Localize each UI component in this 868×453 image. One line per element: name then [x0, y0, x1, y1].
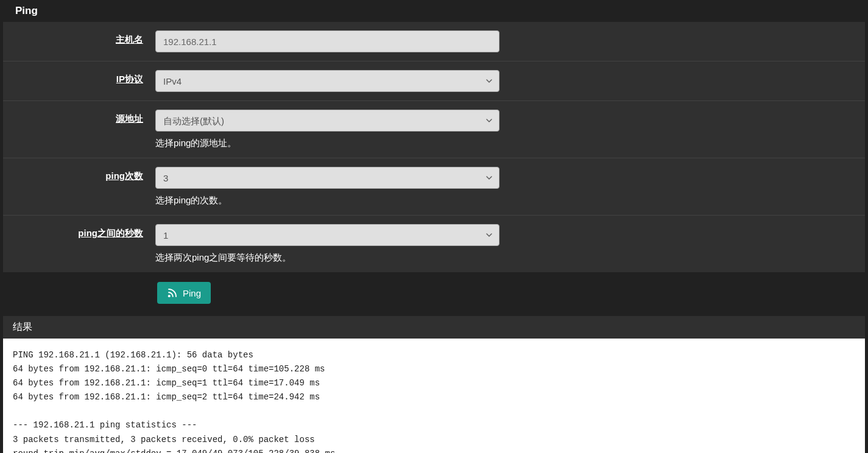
results-panel: 结果 PING 192.168.21.1 (192.168.21.1): 56 …: [3, 316, 865, 453]
count-help: 选择ping的次数。: [155, 195, 499, 206]
hostname-row: 主机名: [3, 22, 865, 61]
count-label: ping次数: [3, 167, 155, 182]
ip-protocol-select[interactable]: IPv4: [155, 70, 499, 92]
source-address-label: 源地址: [3, 110, 155, 125]
ip-protocol-label: IP协议: [3, 70, 155, 85]
source-address-help: 选择ping的源地址。: [155, 138, 499, 149]
hostname-label: 主机名: [3, 30, 155, 46]
source-address-row: 源地址 自动选择(默认) 选择ping的源地址。: [3, 101, 865, 158]
ping-button-label: Ping: [183, 288, 201, 298]
button-row: Ping: [0, 272, 868, 314]
count-row: ping次数 3 选择ping的次数。: [3, 158, 865, 216]
ping-form-panel: Ping 主机名 IP协议 IPv4 源地址 自动选择(默认) 选择ping的源…: [3, 0, 865, 272]
panel-title: Ping: [3, 0, 865, 22]
svg-point-0: [169, 295, 170, 297]
hostname-input[interactable]: [155, 30, 499, 52]
rss-icon: [167, 287, 178, 298]
interval-row: ping之间的秒数 1 选择两次ping之间要等待的秒数。: [3, 216, 865, 272]
interval-select[interactable]: 1: [155, 224, 499, 246]
results-title: 结果: [3, 316, 865, 339]
count-select[interactable]: 3: [155, 167, 499, 189]
ip-protocol-row: IP协议 IPv4: [3, 61, 865, 101]
interval-label: ping之间的秒数: [3, 224, 155, 239]
ping-button[interactable]: Ping: [157, 282, 211, 304]
interval-help: 选择两次ping之间要等待的秒数。: [155, 252, 499, 264]
results-output: PING 192.168.21.1 (192.168.21.1): 56 dat…: [3, 339, 865, 453]
source-address-select[interactable]: 自动选择(默认): [155, 110, 499, 132]
